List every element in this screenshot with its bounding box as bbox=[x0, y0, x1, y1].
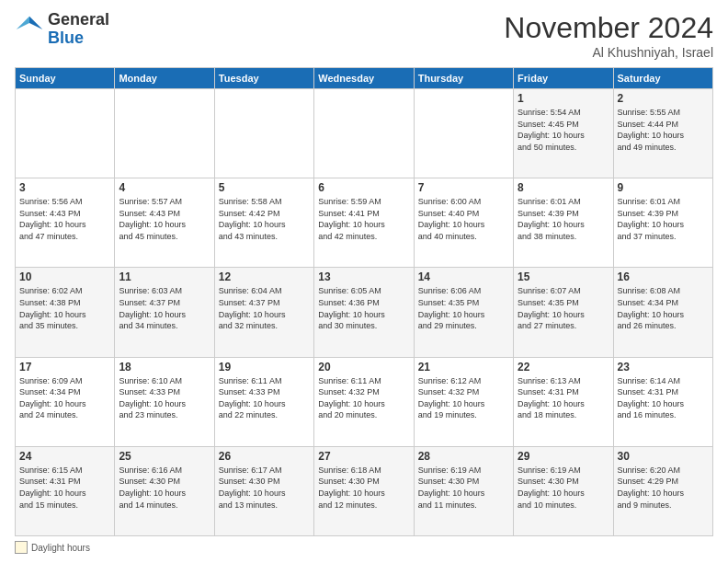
day-info: Sunrise: 6:11 AM Sunset: 4:32 PM Dayligh… bbox=[318, 375, 409, 421]
footer: Daylight hours bbox=[15, 541, 713, 554]
day-info: Sunrise: 5:55 AM Sunset: 4:44 PM Dayligh… bbox=[618, 107, 709, 153]
day-number: 30 bbox=[618, 450, 709, 463]
calendar-cell: 22Sunrise: 6:13 AM Sunset: 4:31 PM Dayli… bbox=[514, 357, 613, 446]
calendar-cell: 14Sunrise: 6:06 AM Sunset: 4:35 PM Dayli… bbox=[414, 268, 513, 357]
logo-blue: Blue bbox=[48, 29, 84, 47]
location-subtitle: Al Khushniyah, Israel bbox=[504, 45, 713, 60]
calendar-day-header: Sunday bbox=[16, 68, 115, 89]
day-number: 18 bbox=[119, 361, 210, 373]
day-info: Sunrise: 6:02 AM Sunset: 4:38 PM Dayligh… bbox=[19, 285, 110, 331]
calendar-cell: 16Sunrise: 6:08 AM Sunset: 4:34 PM Dayli… bbox=[613, 268, 712, 357]
day-number: 11 bbox=[119, 270, 210, 283]
day-number: 14 bbox=[418, 270, 509, 283]
day-number: 4 bbox=[119, 181, 210, 194]
day-number: 15 bbox=[518, 270, 609, 283]
day-number: 28 bbox=[418, 450, 509, 463]
day-info: Sunrise: 6:19 AM Sunset: 4:30 PM Dayligh… bbox=[518, 465, 609, 511]
day-info: Sunrise: 6:13 AM Sunset: 4:31 PM Dayligh… bbox=[518, 375, 609, 421]
calendar-cell: 19Sunrise: 6:11 AM Sunset: 4:33 PM Dayli… bbox=[214, 357, 313, 446]
day-info: Sunrise: 5:56 AM Sunset: 4:43 PM Dayligh… bbox=[19, 196, 110, 242]
svg-marker-1 bbox=[17, 17, 29, 29]
calendar-cell bbox=[314, 89, 414, 178]
day-number: 8 bbox=[518, 181, 609, 194]
day-number: 23 bbox=[618, 361, 709, 373]
day-info: Sunrise: 6:11 AM Sunset: 4:33 PM Dayligh… bbox=[219, 375, 310, 421]
day-info: Sunrise: 6:10 AM Sunset: 4:33 PM Dayligh… bbox=[119, 375, 210, 421]
calendar-cell: 26Sunrise: 6:17 AM Sunset: 4:30 PM Dayli… bbox=[214, 446, 313, 535]
day-number: 6 bbox=[318, 181, 409, 194]
calendar-cell: 6Sunrise: 5:59 AM Sunset: 4:41 PM Daylig… bbox=[314, 178, 414, 268]
calendar-week-row: 3Sunrise: 5:56 AM Sunset: 4:43 PM Daylig… bbox=[16, 178, 713, 268]
day-number: 19 bbox=[219, 361, 310, 373]
day-number: 21 bbox=[418, 361, 509, 373]
day-number: 29 bbox=[518, 450, 609, 463]
day-number: 9 bbox=[618, 181, 709, 194]
header: General Blue November 2024 Al Khushniyah… bbox=[15, 11, 713, 60]
calendar-cell bbox=[16, 89, 115, 178]
day-info: Sunrise: 6:14 AM Sunset: 4:31 PM Dayligh… bbox=[618, 375, 709, 421]
page: General Blue November 2024 Al Khushniyah… bbox=[0, 0, 728, 563]
day-info: Sunrise: 6:00 AM Sunset: 4:40 PM Dayligh… bbox=[418, 196, 509, 242]
calendar-day-header: Tuesday bbox=[214, 68, 313, 89]
day-info: Sunrise: 5:57 AM Sunset: 4:43 PM Dayligh… bbox=[119, 196, 210, 242]
day-number: 20 bbox=[318, 361, 409, 373]
day-info: Sunrise: 6:08 AM Sunset: 4:34 PM Dayligh… bbox=[618, 285, 709, 331]
calendar-cell: 30Sunrise: 6:20 AM Sunset: 4:29 PM Dayli… bbox=[613, 446, 712, 535]
calendar-cell: 17Sunrise: 6:09 AM Sunset: 4:34 PM Dayli… bbox=[16, 357, 115, 446]
logo: General Blue bbox=[15, 11, 109, 48]
calendar-cell: 18Sunrise: 6:10 AM Sunset: 4:33 PM Dayli… bbox=[115, 357, 214, 446]
day-number: 13 bbox=[318, 270, 409, 283]
calendar-cell: 25Sunrise: 6:16 AM Sunset: 4:30 PM Dayli… bbox=[115, 446, 214, 535]
calendar-week-row: 24Sunrise: 6:15 AM Sunset: 4:31 PM Dayli… bbox=[16, 446, 713, 535]
day-info: Sunrise: 6:01 AM Sunset: 4:39 PM Dayligh… bbox=[618, 196, 709, 242]
calendar-cell: 28Sunrise: 6:19 AM Sunset: 4:30 PM Dayli… bbox=[414, 446, 513, 535]
calendar-cell: 20Sunrise: 6:11 AM Sunset: 4:32 PM Dayli… bbox=[314, 357, 414, 446]
day-info: Sunrise: 6:04 AM Sunset: 4:37 PM Dayligh… bbox=[219, 285, 310, 331]
day-info: Sunrise: 5:54 AM Sunset: 4:45 PM Dayligh… bbox=[518, 107, 609, 153]
calendar-day-header: Thursday bbox=[414, 68, 513, 89]
day-number: 17 bbox=[19, 361, 110, 373]
logo-text: General Blue bbox=[48, 11, 109, 48]
calendar-cell: 21Sunrise: 6:12 AM Sunset: 4:32 PM Dayli… bbox=[414, 357, 513, 446]
calendar-day-header: Saturday bbox=[613, 68, 712, 89]
calendar-cell: 9Sunrise: 6:01 AM Sunset: 4:39 PM Daylig… bbox=[613, 178, 712, 268]
day-number: 22 bbox=[518, 361, 609, 373]
calendar-cell bbox=[414, 89, 513, 178]
calendar-cell: 23Sunrise: 6:14 AM Sunset: 4:31 PM Dayli… bbox=[613, 357, 712, 446]
logo-icon bbox=[15, 15, 44, 44]
legend-label: Daylight hours bbox=[31, 543, 90, 553]
day-info: Sunrise: 6:18 AM Sunset: 4:30 PM Dayligh… bbox=[318, 465, 409, 511]
calendar-cell: 11Sunrise: 6:03 AM Sunset: 4:37 PM Dayli… bbox=[115, 268, 214, 357]
legend-color bbox=[15, 541, 28, 554]
calendar-day-header: Monday bbox=[115, 68, 214, 89]
day-info: Sunrise: 6:19 AM Sunset: 4:30 PM Dayligh… bbox=[418, 465, 509, 511]
day-info: Sunrise: 6:03 AM Sunset: 4:37 PM Dayligh… bbox=[119, 285, 210, 331]
day-info: Sunrise: 5:58 AM Sunset: 4:42 PM Dayligh… bbox=[219, 196, 310, 242]
day-info: Sunrise: 6:12 AM Sunset: 4:32 PM Dayligh… bbox=[418, 375, 509, 421]
calendar-day-header: Wednesday bbox=[314, 68, 414, 89]
day-info: Sunrise: 5:59 AM Sunset: 4:41 PM Dayligh… bbox=[318, 196, 409, 242]
calendar-cell: 24Sunrise: 6:15 AM Sunset: 4:31 PM Dayli… bbox=[16, 446, 115, 535]
calendar-cell: 27Sunrise: 6:18 AM Sunset: 4:30 PM Dayli… bbox=[314, 446, 414, 535]
calendar-cell: 29Sunrise: 6:19 AM Sunset: 4:30 PM Dayli… bbox=[514, 446, 613, 535]
month-title: November 2024 bbox=[504, 11, 713, 45]
day-info: Sunrise: 6:07 AM Sunset: 4:35 PM Dayligh… bbox=[518, 285, 609, 331]
logo-general: General bbox=[48, 10, 109, 29]
day-number: 27 bbox=[318, 450, 409, 463]
calendar-cell: 15Sunrise: 6:07 AM Sunset: 4:35 PM Dayli… bbox=[514, 268, 613, 357]
calendar-cell: 7Sunrise: 6:00 AM Sunset: 4:40 PM Daylig… bbox=[414, 178, 513, 268]
day-info: Sunrise: 6:17 AM Sunset: 4:30 PM Dayligh… bbox=[219, 465, 310, 511]
legend-item: Daylight hours bbox=[15, 541, 90, 554]
day-number: 24 bbox=[19, 450, 110, 463]
day-info: Sunrise: 6:16 AM Sunset: 4:30 PM Dayligh… bbox=[119, 465, 210, 511]
calendar-cell: 13Sunrise: 6:05 AM Sunset: 4:36 PM Dayli… bbox=[314, 268, 414, 357]
calendar-cell: 8Sunrise: 6:01 AM Sunset: 4:39 PM Daylig… bbox=[514, 178, 613, 268]
calendar-cell bbox=[115, 89, 214, 178]
day-info: Sunrise: 6:20 AM Sunset: 4:29 PM Dayligh… bbox=[618, 465, 709, 511]
calendar-cell bbox=[214, 89, 313, 178]
calendar-cell: 5Sunrise: 5:58 AM Sunset: 4:42 PM Daylig… bbox=[214, 178, 313, 268]
day-number: 26 bbox=[219, 450, 310, 463]
calendar-week-row: 1Sunrise: 5:54 AM Sunset: 4:45 PM Daylig… bbox=[16, 89, 713, 178]
calendar-week-row: 17Sunrise: 6:09 AM Sunset: 4:34 PM Dayli… bbox=[16, 357, 713, 446]
calendar-cell: 2Sunrise: 5:55 AM Sunset: 4:44 PM Daylig… bbox=[613, 89, 712, 178]
